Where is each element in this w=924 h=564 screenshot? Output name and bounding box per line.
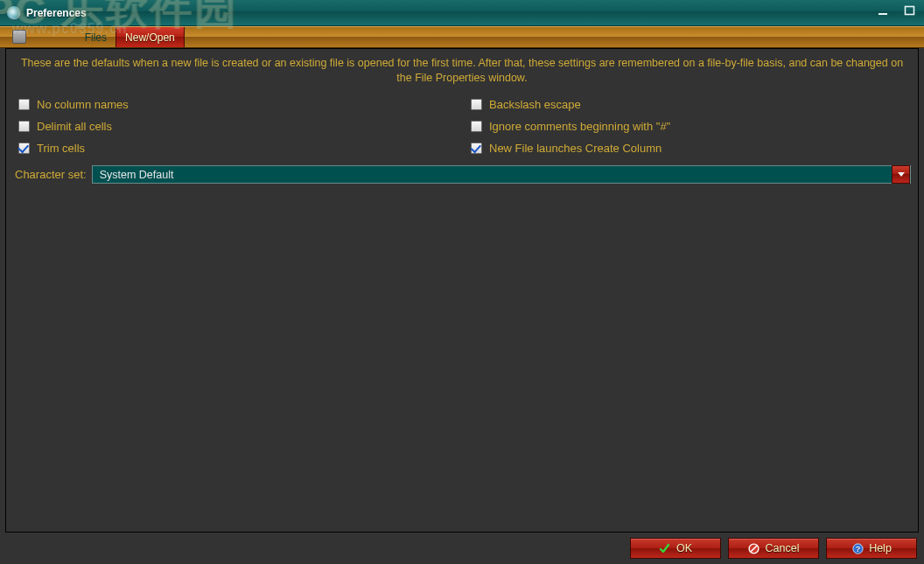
check-icon	[659, 542, 671, 554]
app-icon	[7, 6, 21, 20]
content-panel: These are the defaults when a new file i…	[5, 48, 919, 533]
checkbox-icon	[18, 99, 30, 110]
svg-rect-0	[878, 13, 887, 15]
maximize-button[interactable]	[901, 3, 919, 17]
checkbox-label: Trim cells	[37, 142, 85, 155]
cancel-button[interactable]: Cancel	[728, 538, 819, 559]
checkbox-label: Delimit all cells	[37, 120, 112, 133]
cancel-button-label: Cancel	[766, 542, 800, 554]
character-set-value: System Default	[93, 169, 181, 181]
checkbox-ignore-comments[interactable]: Ignore comments beginning with "#"	[471, 120, 914, 133]
svg-text:?: ?	[855, 545, 860, 554]
character-set-dropdown[interactable]: System Default	[92, 165, 911, 184]
checkbox-icon	[471, 121, 482, 132]
checkbox-label: Ignore comments beginning with "#"	[489, 120, 670, 133]
chevron-down-icon	[892, 165, 910, 184]
checkbox-new-file-launches-create-column[interactable]: New File launches Create Column	[471, 142, 914, 155]
checkbox-icon	[471, 143, 482, 154]
character-set-row: Character set: System Default	[13, 164, 911, 184]
tab-files-label: Files	[85, 31, 107, 44]
checkbox-trim-cells[interactable]: Trim cells	[18, 142, 462, 155]
tab-strip: General Files New/Open	[0, 26, 924, 48]
checkbox-icon	[471, 99, 482, 110]
description-text: These are the defaults when a new file i…	[13, 56, 911, 94]
checkbox-icon	[18, 143, 30, 154]
ok-button[interactable]: OK	[630, 538, 721, 559]
tab-new-open[interactable]: New/Open	[116, 27, 185, 47]
minimize-button[interactable]	[875, 3, 892, 17]
checkbox-backslash-escape[interactable]: Backslash escape	[471, 98, 914, 111]
titlebar: Preferences	[0, 0, 924, 26]
tab-general[interactable]: General	[7, 27, 76, 47]
tab-files[interactable]: Files	[76, 27, 116, 47]
checkbox-grid: No column names Backslash escape Delimit…	[13, 94, 911, 164]
checkbox-delimit-all-cells[interactable]: Delimit all cells	[18, 120, 462, 133]
checkbox-label: No column names	[37, 98, 129, 111]
footer-button-bar: OK Cancel ? Help	[4, 536, 920, 561]
checkbox-label: Backslash escape	[489, 98, 581, 111]
maximize-icon	[904, 4, 916, 17]
help-button[interactable]: ? Help	[826, 538, 917, 559]
ok-button-label: OK	[676, 542, 692, 554]
help-icon: ?	[851, 542, 864, 554]
window-buttons	[875, 3, 919, 17]
character-set-label: Character set:	[15, 168, 87, 181]
minimize-icon	[878, 4, 890, 17]
tab-new-open-label: New/Open	[125, 31, 175, 44]
checkbox-icon	[18, 121, 30, 132]
checkbox-no-column-names[interactable]: No column names	[18, 98, 462, 111]
help-button-label: Help	[869, 542, 892, 554]
window-title: Preferences	[26, 7, 87, 19]
svg-rect-1	[906, 7, 914, 15]
preferences-window: Preferences General Files New/Open	[0, 0, 924, 564]
cancel-icon	[748, 542, 760, 554]
checkbox-label: New File launches Create Column	[489, 142, 662, 155]
